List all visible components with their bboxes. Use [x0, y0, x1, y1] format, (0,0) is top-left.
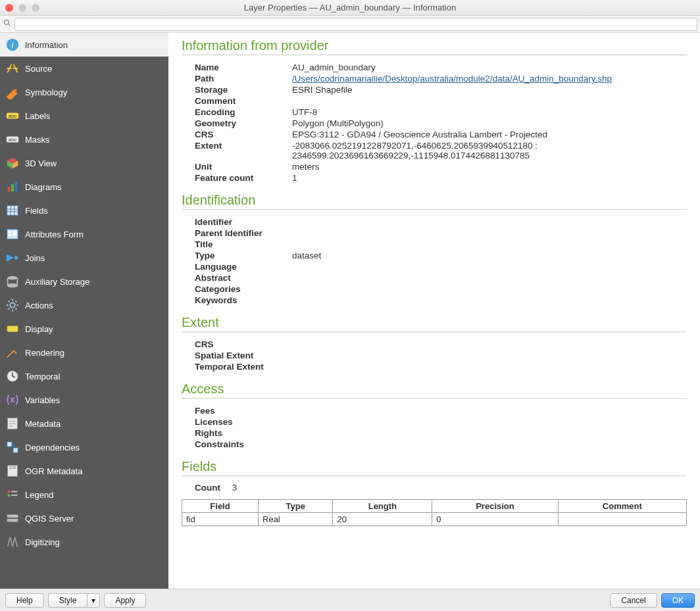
labels-icon: abc [5, 109, 20, 123]
sidebar-item-metadata[interactable]: Metadata [0, 412, 168, 435]
zoom-window-button[interactable] [32, 4, 39, 12]
kv-key: Licenses [195, 416, 287, 428]
style-button[interactable]: Style [48, 593, 88, 608]
extent-table: CRSSpatial ExtentTemporal Extent [195, 339, 296, 372]
sidebar-item-variables[interactable]: Variables [0, 388, 168, 412]
section-heading-fields: Fields [182, 459, 687, 476]
svg-point-26 [8, 283, 18, 287]
kv-row: GeometryPolygon (MultiPolygon) [195, 118, 687, 129]
sidebar-item-label: Attributes Form [25, 230, 84, 239]
sidebar-item-information[interactable]: iInformation [0, 33, 168, 57]
sidebar-item-label: Information [25, 40, 68, 50]
bottom-button-bar: Help Style ▾ Apply Cancel OK [0, 589, 700, 611]
actions-icon [5, 298, 20, 312]
kv-key: Abstract [195, 272, 287, 283]
kv-value: meters [287, 161, 687, 172]
kv-key: Spatial Extent [195, 350, 287, 361]
minimize-window-button[interactable] [18, 4, 26, 12]
kv-row: CRSEPSG:3112 - GDA94 / Geoscience Austra… [195, 129, 687, 140]
cancel-button[interactable]: Cancel [610, 593, 657, 608]
help-button[interactable]: Help [5, 593, 44, 608]
svg-point-24 [14, 256, 18, 260]
content-pane[interactable]: Information from provider NameAU_admin_b… [168, 33, 700, 589]
sidebar-item-label: Fields [25, 206, 48, 216]
sidebar-item-joins[interactable]: Joins [0, 246, 168, 270]
sidebar-item-symbology[interactable]: Symbology [0, 80, 168, 104]
kv-row: Categories [195, 283, 325, 295]
sidebar-item-dependencies[interactable]: Dependencies [0, 435, 168, 459]
attributesform-icon [5, 227, 20, 241]
kv-value [287, 428, 296, 439]
ok-button[interactable]: OK [661, 593, 695, 608]
kv-row: CRS [195, 339, 296, 350]
sidebar-item-source[interactable]: Source [0, 57, 168, 80]
sidebar-item-label: Temporal [25, 372, 60, 381]
auxstorage-icon [5, 274, 20, 289]
sidebar-item-3d-view[interactable]: 3D View [0, 151, 168, 175]
kv-value [287, 439, 296, 450]
kv-key: Path [195, 73, 287, 84]
apply-button[interactable]: Apply [104, 593, 146, 608]
kv-key: Constraints [195, 439, 287, 450]
sidebar-item-masks[interactable]: abcMasks [0, 128, 168, 151]
rendering-icon [5, 345, 20, 360]
sidebar-item-labels[interactable]: abcLabels [0, 104, 168, 128]
svg-rect-21 [9, 234, 12, 236]
sidebar-item-diagrams[interactable]: Diagrams [0, 175, 168, 199]
svg-point-25 [8, 276, 18, 280]
dependencies-icon [5, 440, 20, 454]
kv-row: Parent Identifier [195, 228, 325, 239]
kv-row: Licenses [195, 416, 296, 428]
filter-input[interactable] [14, 18, 697, 31]
fields-cell: 20 [333, 513, 432, 526]
window-controls [5, 4, 39, 12]
sidebar-item-rendering[interactable]: Rendering [0, 341, 168, 364]
kv-key: Categories [195, 283, 287, 295]
close-window-button[interactable] [5, 4, 13, 12]
kv-row: Extent-2083066.0252191228792071,-6460625… [195, 140, 687, 161]
kv-value [287, 416, 296, 428]
kv-row: Unitmeters [195, 161, 687, 172]
style-button-group: Style ▾ [48, 593, 101, 608]
kv-row: Comment [195, 95, 687, 107]
sidebar-item-temporal[interactable]: Temporal [0, 364, 168, 388]
kv-key: Comment [195, 95, 287, 107]
kv-key: Title [195, 239, 287, 250]
kv-key: Name [195, 62, 287, 73]
sidebar-item-ogr-metadata[interactable]: OGROGR Metadata [0, 459, 168, 483]
style-dropdown-button[interactable]: ▾ [87, 593, 100, 608]
kv-value: Polygon (MultiPolygon) [287, 118, 687, 129]
svg-text:abc: abc [9, 113, 16, 119]
sidebar-item-label: Auxiliary Storage [25, 277, 89, 287]
svg-line-38 [12, 444, 16, 448]
section-heading-extent: Extent [182, 315, 687, 332]
kv-row: Language [195, 261, 325, 272]
sidebar-item-label: Masks [25, 135, 50, 145]
sidebar-item-label: Joins [25, 253, 45, 263]
sidebar-item-auxiliary-storage[interactable]: Auxiliary Storage [0, 270, 168, 293]
qgisserver-icon [5, 511, 20, 525]
kv-row: Keywords [195, 295, 325, 306]
kv-row: Path/Users/codrinamariailie/Desktop/aust… [195, 73, 687, 84]
kv-key: Identifier [195, 216, 287, 228]
sidebar-item-fields[interactable]: Fields [0, 199, 168, 222]
fields-count-value: 3 [232, 483, 238, 493]
sidebar-item-label: Rendering [25, 348, 64, 358]
fields-cell: fid [182, 513, 259, 526]
masks-icon: abc [5, 132, 20, 147]
sidebar-item-display[interactable]: Display [0, 317, 168, 341]
kv-row: Temporal Extent [195, 361, 296, 372]
svg-rect-36 [7, 442, 12, 447]
section-heading-access: Access [182, 381, 687, 399]
sidebar-item-digitizing[interactable]: Digitizing [0, 530, 168, 554]
kv-value: UTF-8 [287, 107, 687, 118]
sidebar-item-legend[interactable]: Legend [0, 483, 168, 506]
kv-row: Abstract [195, 272, 325, 283]
kv-key: CRS [195, 129, 287, 140]
sidebar-item-attributes-form[interactable]: Attributes Form [0, 222, 168, 246]
sidebar-item-actions[interactable]: Actions [0, 293, 168, 317]
sidebar-item-label: Symbology [25, 87, 67, 97]
svg-point-0 [4, 20, 9, 24]
sidebar-item-qgis-server[interactable]: QGIS Server [0, 506, 168, 530]
path-link[interactable]: /Users/codrinamariailie/Desktop/australi… [292, 74, 612, 84]
